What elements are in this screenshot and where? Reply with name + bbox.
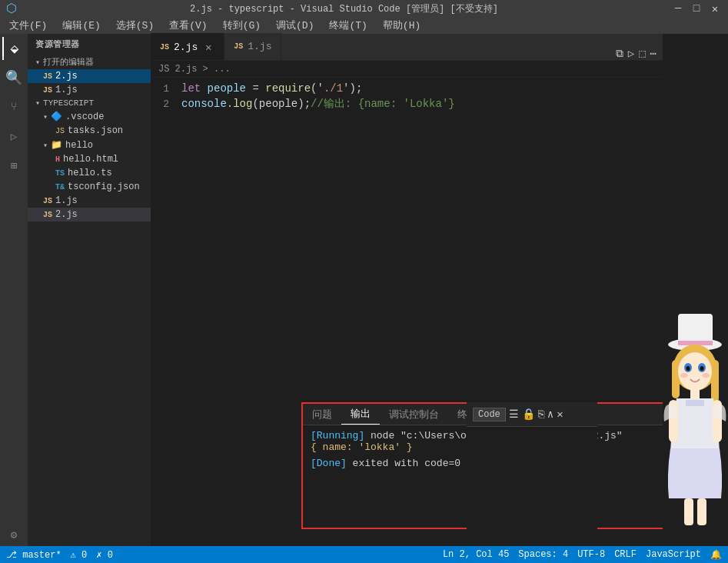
svg-point-10: [686, 366, 690, 371]
code-dropdown[interactable]: Code: [473, 408, 506, 421]
status-spaces[interactable]: Spaces: 4: [518, 549, 568, 560]
tab-2js-label: 2.js: [174, 42, 198, 53]
svg-point-11: [700, 366, 704, 371]
svg-rect-5: [672, 360, 680, 398]
activity-git[interactable]: ⑂: [2, 95, 25, 118]
copy-icon[interactable]: ⎘: [538, 408, 544, 421]
status-warnings[interactable]: ⚠ 0: [71, 549, 88, 561]
menu-file[interactable]: 文件(F): [3, 17, 53, 34]
line-content-1: let people = require('./1');: [181, 82, 663, 95]
tab-2js[interactable]: JS 2.js ✕: [151, 33, 224, 60]
breadcrumb-text: JS 2.js > ...: [158, 64, 231, 75]
anime-character: [663, 298, 728, 529]
status-encoding[interactable]: UTF-8: [577, 549, 605, 560]
output-running-label: [Running]: [311, 430, 371, 441]
panel-close-icon[interactable]: ✕: [557, 408, 563, 421]
panel-tab-problems[interactable]: 问题: [303, 405, 341, 425]
status-eol[interactable]: CRLF: [614, 549, 637, 560]
vscode-chevron: ▾: [43, 112, 48, 122]
js-icon-1: JS: [43, 197, 52, 205]
title-bar-left: ⬡: [6, 1, 17, 16]
tab-1js[interactable]: JS 1.js: [224, 33, 281, 60]
split-view-icon[interactable]: ⬚: [639, 47, 645, 60]
status-position[interactable]: Ln 2, Col 45: [443, 549, 509, 560]
line-number-2: 2: [151, 98, 181, 110]
output-result: { name: 'lokka' }: [311, 441, 413, 453]
chevron-up-icon[interactable]: ∧: [547, 408, 553, 421]
output-done-label: [Done]: [311, 458, 353, 469]
menu-bar: 文件(F) 编辑(E) 选择(S) 查看(V) 转到(G) 调试(D) 终端(T…: [0, 17, 728, 34]
hello-folder-icon: 📁: [51, 139, 62, 151]
split-editor-icon[interactable]: ⧉: [616, 48, 623, 60]
typescript-section[interactable]: ▾ TYPESCRIPT: [28, 97, 151, 109]
open-editors-section[interactable]: ▾ 打开的编辑器: [28, 55, 151, 69]
tab-2js-close[interactable]: ✕: [202, 41, 214, 53]
hello-html-label: hello.html: [63, 154, 118, 165]
tab-1js-label: 1.js: [248, 41, 271, 52]
main-layout: ⬙ 🔍 ⑂ ▷ ⊞ ⚙ 资源管理器 ▾ 打开的编辑器 JS 2.js JS 1.…: [0, 34, 728, 546]
status-branch[interactable]: ⎇ master*: [6, 549, 61, 561]
status-language[interactable]: JavaScript: [646, 549, 701, 560]
status-bell[interactable]: 🔔: [710, 549, 722, 561]
code-line-2: 2 console.log(people);//输出: {name: 'Lokk…: [151, 96, 663, 112]
hello-folder[interactable]: ▾ 📁 hello: [28, 138, 151, 152]
json-icon: JS: [55, 127, 65, 135]
tab-1js-lang-icon: JS: [234, 42, 243, 51]
menu-debug[interactable]: 调试(D): [270, 17, 320, 34]
panel-tab-debug[interactable]: 调试控制台: [380, 405, 448, 425]
code-line-1: 1 let people = require('./1');: [151, 81, 663, 96]
1js-item[interactable]: JS 1.js: [28, 194, 151, 208]
more-icon[interactable]: ⋯: [650, 47, 657, 60]
vscode-folder[interactable]: ▾ 🔷 .vscode: [28, 109, 151, 124]
menu-goto[interactable]: 转到(G): [217, 17, 267, 34]
menu-select[interactable]: 选择(S): [110, 17, 160, 34]
open-editor-1js[interactable]: JS 1.js: [28, 83, 151, 97]
kw-comment: //输出: {name: 'Lokka'}: [311, 98, 455, 110]
lock-icon[interactable]: 🔒: [522, 408, 535, 421]
activity-debug[interactable]: ▷: [2, 125, 25, 148]
svg-rect-6: [711, 360, 719, 402]
typescript-label: TYPESCRIPT: [43, 98, 94, 108]
hello-ts-item[interactable]: TS hello.ts: [28, 166, 151, 180]
open-editors-chevron: ▾: [35, 58, 40, 67]
svg-rect-15: [686, 400, 704, 406]
list-icon[interactable]: ☰: [509, 408, 519, 421]
menu-edit[interactable]: 编辑(E): [56, 17, 106, 34]
right-panel: [663, 34, 728, 546]
close-button[interactable]: ✕: [708, 2, 722, 15]
activity-search[interactable]: 🔍: [2, 66, 25, 89]
app-icon: ⬡: [6, 1, 17, 16]
menu-view[interactable]: 查看(V): [163, 17, 213, 34]
kw-console: console: [181, 98, 227, 110]
svg-point-12: [680, 373, 688, 378]
panel-right-area: Code ☰ 🔒 ⎘ ∧ ✕: [467, 402, 597, 529]
activity-settings[interactable]: ⚙: [2, 523, 25, 546]
kw-string: ./1: [324, 82, 343, 95]
vscode-folder-label: .vscode: [65, 112, 104, 122]
html-icon: H: [55, 155, 60, 164]
tsconfig-json-item[interactable]: T& tsconfig.json: [28, 180, 151, 194]
title-bar: ⬡ 2.js - typescript - Visual Studio Code…: [0, 0, 728, 17]
line-content-2: console.log(people);//输出: {name: 'Lokka'…: [181, 97, 663, 111]
menu-help[interactable]: 帮助(H): [377, 17, 427, 34]
editor-area: JS 2.js ✕ JS 1.js ⧉ ▷ ⬚ ⋯ JS 2.js > ...: [151, 34, 663, 546]
run-icon[interactable]: ▷: [628, 47, 634, 60]
menu-terminal[interactable]: 终端(T): [323, 17, 373, 34]
tasks-json-item[interactable]: JS tasks.json: [28, 124, 151, 138]
open-editor-2js[interactable]: JS 2.js: [28, 69, 151, 83]
2js-label: 2.js: [55, 209, 78, 220]
activity-extensions[interactable]: ⊞: [2, 154, 25, 177]
tab-2js-lang-icon: JS: [160, 43, 169, 52]
tsconfig-json-label: tsconfig.json: [68, 182, 140, 192]
panel-tab-output[interactable]: 输出: [341, 404, 380, 425]
maximize-button[interactable]: □: [690, 2, 703, 15]
svg-rect-18: [684, 498, 693, 525]
activity-explorer[interactable]: ⬙: [2, 37, 25, 60]
js-icon: JS: [43, 72, 52, 81]
hello-html-item[interactable]: H hello.html: [28, 152, 151, 166]
kw-log: log: [233, 98, 252, 110]
minimize-button[interactable]: ─: [671, 2, 685, 15]
2js-item[interactable]: JS 2.js: [28, 208, 151, 222]
status-errors[interactable]: ✗ 0: [96, 549, 113, 561]
title-bar-title: 2.js - typescript - Visual Studio Code […: [17, 2, 671, 15]
